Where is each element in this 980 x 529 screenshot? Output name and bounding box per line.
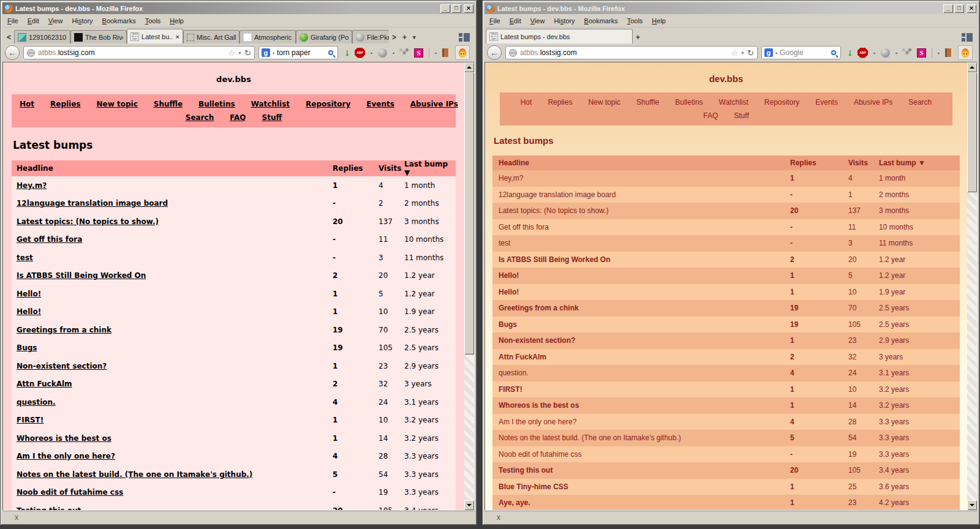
- all-tabs-dropdown[interactable]: ▾: [410, 31, 419, 43]
- headline-link[interactable]: Noob edit of futahime css: [499, 450, 581, 459]
- url-bar[interactable]: atbbs.lostsig.com ☆ ▼ ↻: [505, 46, 758, 59]
- bbs-nav-link[interactable]: Hot: [521, 98, 532, 107]
- headline-link[interactable]: Notes on the latest build. (The one on I…: [499, 433, 681, 442]
- bbs-nav-link[interactable]: Search: [186, 113, 214, 122]
- search-input[interactable]: Google: [780, 48, 829, 57]
- addon-overflow-dropdown-icon[interactable]: ▾: [938, 51, 940, 55]
- scroll-up-button[interactable]: [967, 62, 977, 72]
- bookmark-star-icon[interactable]: ☆: [731, 48, 738, 58]
- headline-link[interactable]: Is ATBBS Still Being Worked On: [499, 255, 610, 264]
- bbs-nav-link[interactable]: New topic: [588, 98, 620, 107]
- paw-addon-icon[interactable]: [402, 51, 406, 54]
- header-visits[interactable]: Visits: [848, 159, 879, 167]
- headline-link[interactable]: question.: [499, 369, 529, 377]
- header-visits[interactable]: Visits: [379, 164, 404, 173]
- headline-link[interactable]: Non-existent section?: [499, 336, 575, 345]
- headline-link[interactable]: Hey,m?: [499, 174, 523, 182]
- bbs-nav-link[interactable]: Repository: [764, 98, 799, 107]
- scrollbar-track[interactable]: [967, 72, 977, 500]
- scroll-down-button[interactable]: [967, 500, 977, 510]
- bbs-nav-link[interactable]: FAQ: [230, 113, 246, 122]
- menu-item[interactable]: History: [72, 17, 92, 24]
- headline-link[interactable]: Hello!: [499, 288, 519, 296]
- browser-tab[interactable]: Misc. Art Gall...: [183, 30, 239, 43]
- search-magnifier-icon[interactable]: [328, 50, 333, 55]
- download-arrow-icon[interactable]: ↓: [847, 48, 852, 58]
- header-replies[interactable]: Replies: [790, 159, 848, 167]
- headline-link[interactable]: Testing this out: [499, 466, 552, 475]
- bbs-nav-link[interactable]: Hot: [20, 100, 34, 108]
- sphere-dropdown-icon[interactable]: ▾: [393, 51, 394, 55]
- bbs-nav-link[interactable]: Abusive IPs: [854, 98, 892, 107]
- header-replies[interactable]: Replies: [333, 164, 379, 173]
- headline-link[interactable]: Blue Tiny-hime CSS: [499, 482, 568, 491]
- url-text[interactable]: atbbs.lostsig.com: [38, 48, 225, 57]
- url-dropdown-icon[interactable]: ▼: [238, 51, 242, 55]
- headline-link[interactable]: Greetings from a chink: [17, 326, 111, 334]
- headline-link[interactable]: Whoreos is the best os: [499, 401, 579, 410]
- back-button[interactable]: ←: [487, 45, 502, 60]
- bbs-nav-link[interactable]: Stuff: [262, 113, 282, 122]
- headline-link[interactable]: Get off this fora: [499, 223, 549, 231]
- menu-item[interactable]: Edit: [510, 17, 521, 24]
- headline-link[interactable]: Latest topics: (No topics to show.): [499, 206, 608, 215]
- close-button[interactable]: ×: [967, 4, 976, 13]
- headline-link[interactable]: question.: [17, 398, 56, 407]
- stylish-addon-icon[interactable]: S: [414, 48, 423, 58]
- maximize-button[interactable]: □: [451, 4, 461, 13]
- url-text[interactable]: atbbs.lostsig.com: [520, 48, 728, 57]
- minimize-button[interactable]: _: [943, 4, 953, 13]
- menu-item[interactable]: View: [48, 17, 63, 24]
- bbs-nav-link[interactable]: Events: [366, 100, 394, 108]
- headline-link[interactable]: Hello!: [17, 290, 41, 298]
- header-headline[interactable]: Headline: [12, 164, 333, 173]
- tab-scroll-right-button[interactable]: >: [389, 31, 399, 43]
- new-tab-button[interactable]: +: [399, 31, 410, 43]
- addon-overflow-dropdown-icon[interactable]: ▾: [435, 51, 437, 55]
- bbs-nav-link[interactable]: Replies: [548, 98, 572, 107]
- back-button[interactable]: ←: [5, 45, 20, 60]
- browser-tab[interactable]: Atmospheric ...: [239, 30, 296, 43]
- reload-icon[interactable]: ↻: [747, 48, 754, 58]
- headline-link[interactable]: Hey,m?: [17, 181, 47, 190]
- search-input[interactable]: torn paper: [277, 48, 326, 57]
- headline-link[interactable]: Latest topics: (No topics to show.): [17, 217, 159, 226]
- headline-link[interactable]: Hello!: [17, 307, 41, 316]
- headline-link[interactable]: Notes on the latest build. (The one on I…: [17, 470, 252, 479]
- menu-item[interactable]: Help: [170, 17, 184, 24]
- menu-item[interactable]: View: [530, 17, 545, 24]
- headline-link[interactable]: Noob edit of futahime css: [17, 488, 123, 497]
- url-dropdown-icon[interactable]: ▼: [741, 51, 745, 55]
- headline-link[interactable]: Bugs: [499, 320, 517, 329]
- bbs-nav-link[interactable]: New topic: [97, 100, 138, 108]
- bbs-nav-link[interactable]: Events: [815, 98, 838, 107]
- menu-item[interactable]: Bookmarks: [584, 17, 618, 24]
- browser-tab[interactable]: Girafarig (Po...: [296, 30, 352, 43]
- header-headline[interactable]: Headline: [492, 159, 790, 167]
- header-last-bump[interactable]: Last bump ▼: [404, 160, 456, 177]
- site-identity-globe-icon[interactable]: [27, 49, 35, 57]
- menu-item[interactable]: Help: [652, 17, 666, 24]
- bbs-nav-link[interactable]: Shuffle: [636, 98, 659, 107]
- adblock-dropdown-icon[interactable]: ▾: [371, 51, 372, 55]
- browser-tab[interactable]: File:PkmnPr: [352, 30, 389, 43]
- bbs-nav-link[interactable]: Watchlist: [719, 98, 748, 107]
- menu-item[interactable]: History: [554, 17, 575, 24]
- reload-icon[interactable]: ↻: [244, 48, 251, 58]
- bbs-nav-link[interactable]: Shuffle: [154, 100, 183, 108]
- bbs-nav-link[interactable]: Search: [908, 98, 932, 107]
- browser-tab[interactable]: Latest bu... ×: [127, 29, 183, 43]
- search-magnifier-icon[interactable]: [831, 50, 836, 55]
- headline-link[interactable]: Am I the only one here?: [499, 418, 576, 426]
- menu-item[interactable]: File: [7, 17, 18, 24]
- headline-link[interactable]: FIRST!: [17, 416, 43, 424]
- adblock-plus-icon[interactable]: ABP: [355, 48, 365, 58]
- scrollbar-thumb[interactable]: [464, 72, 474, 355]
- bbs-nav-link[interactable]: Abusive IPs: [410, 100, 458, 108]
- browser-tab[interactable]: Latest bumps - dev.bbs: [486, 29, 633, 43]
- headline-link[interactable]: Hello!: [499, 271, 519, 280]
- browser-tab[interactable]: 1291062310...: [14, 30, 70, 43]
- maximize-button[interactable]: □: [954, 4, 964, 13]
- close-button[interactable]: ×: [464, 4, 473, 13]
- titlebar[interactable]: Latest bumps - dev.bbs - Mozilla Firefox…: [2, 2, 475, 14]
